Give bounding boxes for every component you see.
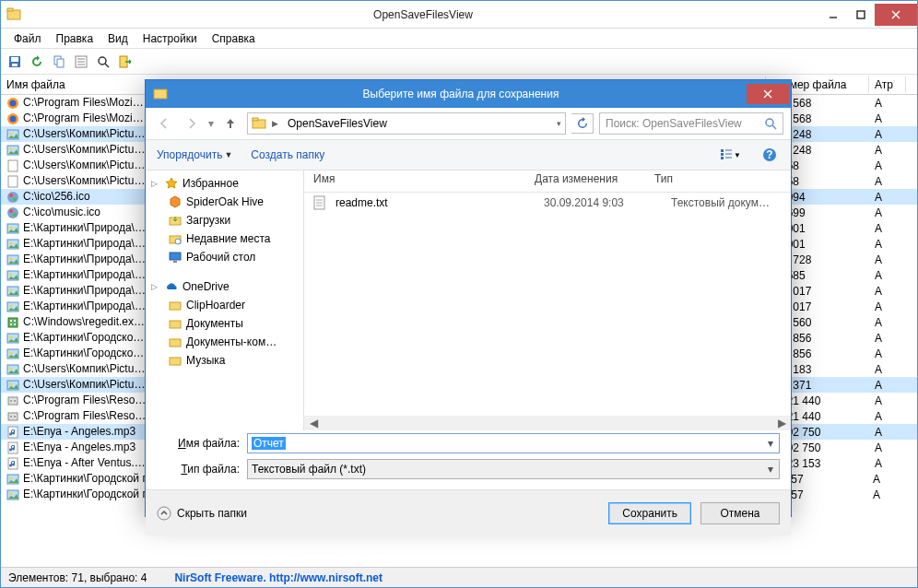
folder-tree[interactable]: ▷Избранное SpiderOak Hive Загрузки Недав… (146, 171, 304, 430)
svg-rect-95 (170, 358, 181, 365)
svg-rect-91 (173, 261, 177, 263)
help-button[interactable]: ? (759, 145, 780, 165)
hide-folders-button[interactable]: Скрыть папки (157, 506, 247, 521)
hive-icon (168, 194, 182, 209)
svg-rect-8 (12, 64, 18, 66)
save-dialog: Выберите имя файла для сохранения ▾ ▶ Op… (145, 79, 792, 517)
desktop-icon (168, 250, 182, 265)
find-icon[interactable] (93, 52, 113, 72)
svg-point-39 (10, 257, 13, 260)
filetype-label: Тип файла: (157, 463, 240, 476)
chevron-down-icon[interactable]: ▾ (762, 434, 779, 453)
text-file-icon (313, 195, 328, 210)
tree-documents[interactable]: Документы (146, 314, 303, 333)
fcol-name[interactable]: Имя (304, 171, 525, 192)
svg-rect-94 (170, 339, 181, 347)
svg-point-60 (10, 400, 12, 402)
chevron-down-icon[interactable]: ▾ (762, 460, 779, 478)
properties-icon[interactable] (71, 52, 91, 72)
fcol-date[interactable]: Дата изменения (525, 171, 645, 192)
dialog-navrow: ▾ ▶ OpenSaveFilesView ▾ Поиск: OpenSaveF… (146, 108, 791, 139)
folder-icon (252, 116, 266, 131)
filename-label: Имя файла: (157, 437, 240, 450)
fcol-type[interactable]: Тип (645, 171, 791, 192)
scroll-left-icon[interactable]: ◀ (306, 417, 321, 429)
cancel-button[interactable]: Отмена (700, 502, 780, 524)
svg-rect-81 (721, 157, 724, 159)
nav-back-button[interactable] (153, 112, 175, 135)
svg-rect-59 (8, 397, 18, 405)
svg-rect-7 (11, 57, 18, 62)
scroll-right-icon[interactable]: ▶ (774, 417, 789, 429)
horizontal-scrollbar[interactable]: ◀ ▶ (304, 416, 791, 430)
svg-text:?: ? (766, 148, 772, 161)
tree-desktop[interactable]: Рабочий стол (146, 248, 303, 266)
maximize-button[interactable] (847, 4, 875, 26)
menu-view[interactable]: Вид (100, 30, 135, 47)
app-title: OpenSaveFilesView (27, 8, 819, 21)
new-folder-button[interactable]: Создать папку (251, 148, 324, 161)
nav-up-button[interactable] (219, 112, 241, 135)
nav-recent-dropdown[interactable]: ▾ (208, 117, 214, 130)
breadcrumb-current[interactable]: OpenSaveFilesView (284, 117, 391, 130)
svg-rect-3 (857, 11, 865, 18)
svg-rect-27 (8, 176, 18, 187)
svg-rect-80 (721, 153, 724, 156)
tree-music[interactable]: Музыка (146, 351, 303, 370)
menubar: Файл Правка Вид Настройки Справка (1, 29, 917, 49)
save-button[interactable]: Сохранить (608, 502, 691, 524)
view-mode-button[interactable]: ▼ (721, 145, 741, 165)
file-row[interactable]: readme.txt 30.09.2014 9:03 Текстовый док… (304, 193, 791, 213)
tree-documents-com[interactable]: Документы-ком… (146, 333, 303, 351)
refresh-button[interactable] (571, 113, 594, 134)
tree-recent[interactable]: Недавние места (146, 229, 303, 248)
breadcrumb-dropdown[interactable]: ▾ (557, 119, 561, 128)
dialog-buttonrow: Скрыть папки Сохранить Отмена (146, 489, 791, 535)
svg-rect-49 (10, 323, 12, 325)
svg-rect-50 (14, 323, 16, 325)
dialog-file-list[interactable]: Имя Дата изменения Тип readme.txt 30.09.… (304, 171, 791, 430)
dialog-close-button[interactable] (747, 84, 789, 104)
svg-line-16 (105, 64, 109, 67)
tree-cliphoarder[interactable]: ClipHoarder (146, 296, 303, 314)
svg-rect-93 (170, 321, 181, 328)
copy-icon[interactable] (49, 52, 69, 72)
tree-downloads[interactable]: Загрузки (146, 211, 303, 229)
breadcrumb[interactable]: ▶ OpenSaveFilesView ▾ (247, 112, 566, 135)
credit-link[interactable]: NirSoft Freeware. http://www.nirsoft.net (174, 571, 382, 584)
search-input[interactable]: Поиск: OpenSaveFilesView (599, 112, 783, 135)
search-icon (764, 117, 777, 130)
col-attr[interactable]: Атр (869, 76, 906, 93)
svg-point-45 (10, 304, 13, 307)
refresh-icon[interactable] (27, 52, 47, 72)
file-name: readme.txt (335, 196, 536, 209)
exit-icon[interactable] (115, 52, 135, 72)
svg-point-29 (9, 194, 13, 197)
status-count: Элементов: 71, выбрано: 4 (8, 571, 147, 584)
toolbar (1, 49, 917, 75)
svg-point-58 (10, 382, 13, 385)
chevron-right-icon: ▶ (272, 119, 278, 128)
nav-forward-button[interactable] (181, 112, 203, 135)
dialog-file-header: Имя Дата изменения Тип (304, 171, 791, 193)
filetype-select[interactable]: Текстовый файл (*.txt) ▾ (247, 459, 780, 479)
svg-rect-48 (14, 320, 16, 322)
close-button[interactable] (875, 4, 917, 26)
folder-icon (168, 335, 182, 349)
tree-onedrive[interactable]: ▷OneDrive (146, 277, 303, 296)
menu-help[interactable]: Справка (205, 30, 263, 47)
organize-button[interactable]: Упорядочить▼ (157, 148, 232, 161)
save-icon[interactable] (5, 52, 25, 72)
tree-spideroak[interactable]: SpiderOak Hive (146, 193, 303, 211)
download-icon (168, 213, 182, 228)
menu-settings[interactable]: Настройки (135, 30, 205, 47)
search-placeholder: Поиск: OpenSaveFilesView (606, 117, 759, 130)
tree-favorites[interactable]: ▷Избранное (146, 174, 303, 193)
minimize-button[interactable] (819, 4, 847, 26)
menu-file[interactable]: Файл (6, 30, 49, 47)
svg-point-37 (10, 241, 13, 244)
star-icon (164, 176, 179, 191)
svg-rect-90 (170, 253, 181, 260)
filename-input[interactable]: Отчет ▾ (247, 433, 780, 453)
menu-edit[interactable]: Правка (49, 30, 101, 47)
